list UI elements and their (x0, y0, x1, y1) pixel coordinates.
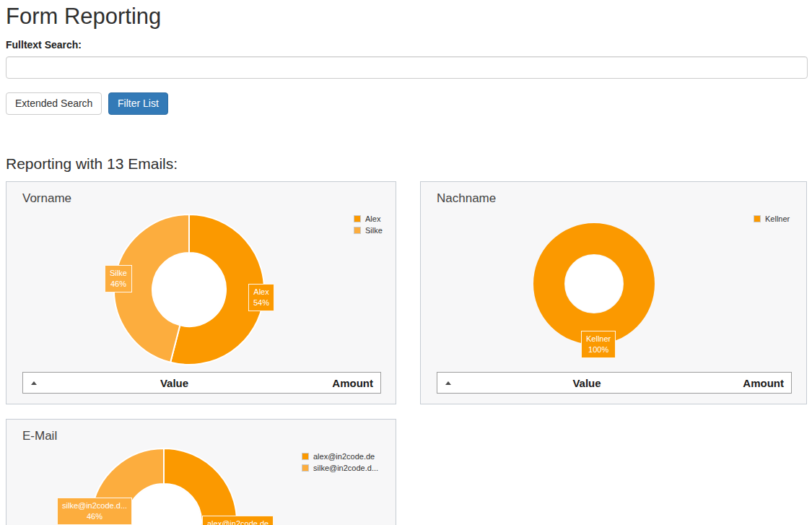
extended-search-button[interactable]: Extended Search (6, 92, 102, 115)
chart-panel-vorname: Vorname Silke 46% Alex 54% Alex Silke Va… (6, 181, 396, 404)
legend-label: Silke (365, 226, 383, 235)
legend-item[interactable]: Alex (354, 214, 383, 223)
legend: Kellner (754, 214, 790, 226)
amount-column-header[interactable]: Amount (297, 377, 380, 389)
filter-list-button[interactable]: Filter List (108, 92, 168, 115)
slice-label-name: Alex (253, 287, 269, 298)
slice-label: Silke 46% (105, 265, 132, 292)
legend-swatch-icon (754, 215, 761, 222)
amount-column-header[interactable]: Amount (707, 377, 791, 389)
legend-swatch-icon (354, 215, 361, 222)
fulltext-search-label: Fulltext Search: (6, 39, 82, 51)
value-column-header[interactable]: Value (466, 377, 707, 389)
slice-label-name: silke@in2code.d... (62, 500, 127, 511)
legend-item[interactable]: Kellner (754, 214, 790, 223)
legend: Alex Silke (354, 214, 383, 238)
slice-label: Alex 54% (248, 284, 274, 311)
donut-chart[interactable] (529, 219, 659, 349)
sort-column-header[interactable] (23, 381, 52, 385)
sort-column-header[interactable] (437, 381, 466, 385)
slice-label: silke@in2code.d... 46% (57, 498, 132, 525)
reporting-heading: Reporting with 13 Emails: (6, 155, 178, 173)
chart-panel-nachname: Nachname Kellner 100% Kellner Value Amou… (420, 181, 807, 404)
legend: alex@in2code.de silke@in2code.d... (302, 452, 378, 475)
panel-title: Nachname (437, 191, 496, 206)
legend-item[interactable]: silke@in2code.d... (302, 464, 378, 472)
slice-label-percent: 100% (586, 344, 611, 355)
legend-swatch-icon (302, 453, 309, 460)
panel-title: E-Mail (22, 429, 57, 443)
legend-item[interactable]: Silke (354, 226, 383, 235)
chart-panel-email: E-Mail silke@in2code.d... 46% alex@in2co… (6, 419, 396, 525)
sort-ascending-icon (445, 381, 451, 385)
value-column-header[interactable]: Value (52, 377, 297, 389)
legend-swatch-icon (354, 227, 361, 234)
slice-label: Kellner 100% (581, 331, 616, 358)
page-title: Form Reporting (6, 4, 161, 30)
slice-label-name: alex@in2code.de (207, 519, 269, 525)
slice-label-percent: 54% (253, 298, 269, 308)
slice-label-percent: 46% (62, 511, 127, 522)
legend-label: alex@in2code.de (313, 452, 375, 461)
fulltext-search-input[interactable] (6, 56, 808, 79)
form-reporting-page: Form Reporting Fulltext Search: Extended… (0, 0, 812, 525)
legend-label: Alex (365, 214, 380, 223)
slice-label-name: Silke (110, 268, 127, 279)
panel-title: Vorname (22, 191, 71, 206)
results-table-header: Value Amount (437, 372, 792, 394)
slice-label: alex@in2code.de 54% (202, 516, 274, 525)
legend-label: Kellner (765, 214, 790, 223)
results-table-header: Value Amount (22, 372, 381, 394)
legend-swatch-icon (302, 464, 309, 472)
legend-label: silke@in2code.d... (313, 464, 378, 472)
slice-label-percent: 46% (110, 279, 127, 290)
donut-chart[interactable] (111, 212, 267, 368)
legend-item[interactable]: alex@in2code.de (302, 452, 378, 461)
sort-ascending-icon (31, 381, 37, 385)
slice-label-name: Kellner (586, 334, 611, 344)
